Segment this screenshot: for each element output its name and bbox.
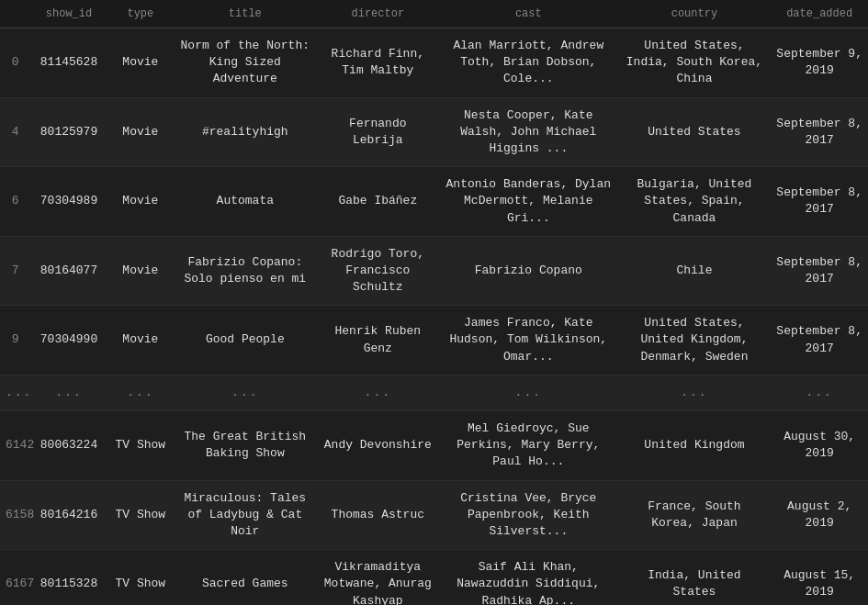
cell-index: ... [0,375,30,410]
cell-director: Richard Finn, Tim Maltby [317,28,439,98]
col-header-index [0,0,30,28]
table-row: 081145628MovieNorm of the North: King Si… [0,28,868,98]
col-header-title: title [174,0,317,28]
cell-director: Rodrigo Toro, Francisco Schultz [317,236,439,306]
table-header-row: show_id type title director cast country… [0,0,868,28]
cell-director: Henrik Ruben Genz [317,306,439,375]
cell-director: Gabe Ibáñez [317,167,439,237]
cell-country: United States [618,97,772,167]
cell-type: ... [107,375,174,410]
cell-index: 9 [0,306,30,375]
cell-show_id: 81145628 [30,28,107,98]
data-table: show_id type title director cast country… [0,0,868,605]
cell-director: ... [317,375,439,410]
cell-type: TV Show [107,411,174,481]
cell-index: 4 [0,97,30,167]
cell-director: Thomas Astruc [317,480,439,550]
cell-show_id: 80115328 [30,550,107,605]
cell-type: TV Show [107,480,174,550]
cell-title: Fabrizio Copano: Solo pienso en mi [174,236,317,306]
cell-date_added: August 30, 2019 [771,411,868,481]
col-header-director: director [317,0,439,28]
cell-index: 6158 [0,480,30,550]
cell-index: 6142 [0,411,30,481]
table-row: 615880164216TV ShowMiraculous: Tales of … [0,480,868,550]
cell-date_added: September 8, 2017 [771,167,868,237]
cell-cast: Cristina Vee, Bryce Papenbrook, Keith Si… [439,480,618,550]
cell-director: Vikramaditya Motwane, Anurag Kashyap [317,550,439,605]
cell-title: The Great British Baking Show [174,411,317,481]
cell-title: Good People [174,306,317,375]
cell-director: Andy Devonshire [317,411,439,481]
cell-title: #realityhigh [174,97,317,167]
table-row: ........................ [0,375,868,410]
cell-country: ... [618,375,772,410]
cell-cast: Antonio Banderas, Dylan McDermott, Melan… [439,167,618,237]
cell-show_id: ... [30,375,107,410]
table-row: 780164077MovieFabrizio Copano: Solo pien… [0,236,868,306]
cell-date_added: September 8, 2017 [771,97,868,167]
cell-cast: Fabrizio Copano [439,236,618,306]
cell-title: ... [174,375,317,410]
cell-index: 6167 [0,550,30,605]
table-row: 614280063224TV ShowThe Great British Bak… [0,411,868,481]
cell-index: 7 [0,236,30,306]
cell-show_id: 80164216 [30,480,107,550]
cell-index: 0 [0,28,30,98]
cell-cast: Mel Giedroyc, Sue Perkins, Mary Berry, P… [439,411,618,481]
cell-date_added: September 8, 2017 [771,236,868,306]
col-header-country: country [618,0,772,28]
cell-country: Bulgaria, United States, Spain, Canada [618,167,772,237]
cell-cast: James Franco, Kate Hudson, Tom Wilkinson… [439,306,618,375]
cell-country: United States, India, South Korea, China [618,28,772,98]
cell-cast: ... [439,375,618,410]
cell-show_id: 80125979 [30,97,107,167]
cell-date_added: ... [771,375,868,410]
cell-date_added: August 2, 2019 [771,480,868,550]
cell-cast: Alan Marriott, Andrew Toth, Brian Dobson… [439,28,618,98]
cell-title: Norm of the North: King Sized Adventure [174,28,317,98]
table-row: 670304989MovieAutomataGabe IbáñezAntonio… [0,167,868,237]
cell-cast: Nesta Cooper, Kate Walsh, John Michael H… [439,97,618,167]
table-row: 616780115328TV ShowSacred GamesVikramadi… [0,550,868,605]
cell-show_id: 80063224 [30,411,107,481]
cell-date_added: September 8, 2017 [771,306,868,375]
cell-index: 6 [0,167,30,237]
cell-type: Movie [107,167,174,237]
cell-country: United Kingdom [618,411,772,481]
cell-show_id: 70304989 [30,167,107,237]
cell-show_id: 70304990 [30,306,107,375]
cell-director: Fernando Lebrija [317,97,439,167]
cell-type: Movie [107,236,174,306]
cell-title: Sacred Games [174,550,317,605]
table-row: 480125979Movie#realityhighFernando Lebri… [0,97,868,167]
col-header-type: type [107,0,174,28]
cell-cast: Saif Ali Khan, Nawazuddin Siddiqui, Radh… [439,550,618,605]
table-row: 970304990MovieGood PeopleHenrik Ruben Ge… [0,306,868,375]
cell-title: Miraculous: Tales of Ladybug & Cat Noir [174,480,317,550]
cell-country: United States, United Kingdom, Denmark, … [618,306,772,375]
cell-title: Automata [174,167,317,237]
cell-type: TV Show [107,550,174,605]
cell-country: Chile [618,236,772,306]
col-header-date_added: date_added [771,0,868,28]
cell-type: Movie [107,97,174,167]
cell-type: Movie [107,306,174,375]
cell-country: France, South Korea, Japan [618,480,772,550]
col-header-cast: cast [439,0,618,28]
cell-date_added: September 9, 2019 [771,28,868,98]
cell-country: India, United States [618,550,772,605]
cell-date_added: August 15, 2019 [771,550,868,605]
cell-show_id: 80164077 [30,236,107,306]
cell-type: Movie [107,28,174,98]
col-header-show_id: show_id [30,0,107,28]
